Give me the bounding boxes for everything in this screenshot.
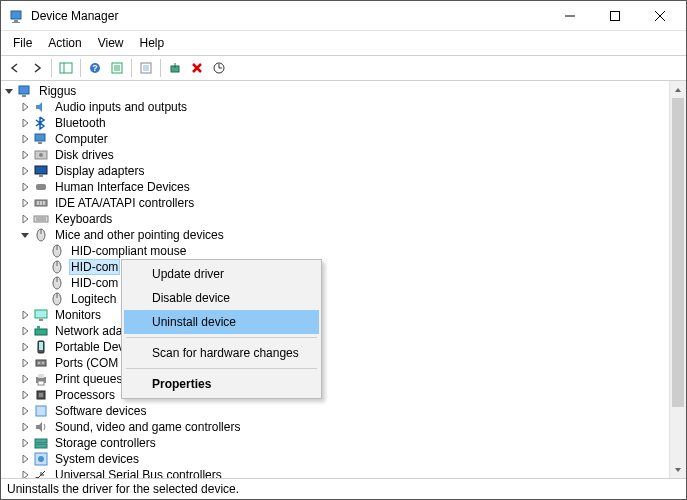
tree-node[interactable]: Keyboards [1,211,669,227]
context-menu-item[interactable]: Update driver [124,262,319,286]
expand-collapse-icon[interactable] [17,163,33,179]
network-icon [33,323,49,339]
tree-node[interactable]: Universal Serial Bus controllers [1,467,669,478]
toolbar-separator [80,59,81,77]
tree-node[interactable]: Portable Dev [1,339,669,355]
expand-collapse-icon[interactable] [17,371,33,387]
expand-collapse-icon[interactable] [17,339,33,355]
expand-collapse-icon[interactable] [17,435,33,451]
tree-node[interactable]: Storage controllers [1,435,669,451]
show-hide-tree-button[interactable] [56,58,76,78]
hid-icon [33,179,49,195]
tree-node-label: Portable Dev [53,340,126,354]
menu-view[interactable]: View [90,33,132,53]
expand-collapse-icon[interactable] [17,467,33,478]
titlebar: Device Manager [1,1,686,31]
tree-node[interactable]: Software devices [1,403,669,419]
svg-point-63 [38,456,44,462]
scrollbar-track[interactable] [670,98,686,461]
tree-node-label: System devices [53,452,141,466]
tree-leaf-label: HID-com [69,276,120,290]
help-button[interactable]: ? [85,58,105,78]
context-menu-item[interactable]: Scan for hardware changes [124,341,319,365]
tree-node[interactable]: IDE ATA/ATAPI controllers [1,195,669,211]
ide-icon [33,195,49,211]
expand-collapse-icon[interactable] [17,195,33,211]
expand-collapse-icon[interactable] [17,115,33,131]
tree-node[interactable]: Monitors [1,307,669,323]
expand-collapse-icon[interactable] [17,451,33,467]
svg-rect-29 [37,201,39,205]
tree-node[interactable]: Display adapters [1,163,669,179]
expand-collapse-icon[interactable] [17,419,33,435]
disk-icon [33,147,49,163]
tree-leaf[interactable]: Logitech [1,291,669,307]
tree-node[interactable]: Disk drives [1,147,669,163]
tree-node[interactable]: Ports (COM & [1,355,669,371]
tree-leaf[interactable]: HID-com [1,259,669,275]
device-tree[interactable]: RiggusAudio inputs and outputsBluetoothC… [1,81,669,478]
tree-node[interactable]: Computer [1,131,669,147]
svg-rect-16 [143,65,149,71]
svg-rect-7 [60,63,72,73]
maximize-button[interactable] [592,1,637,30]
update-driver-button[interactable] [136,58,156,78]
expand-collapse-icon[interactable] [17,387,33,403]
expand-collapse-icon[interactable] [17,99,33,115]
expand-collapse-icon[interactable] [1,83,17,99]
usb-icon [33,467,49,478]
expand-collapse-icon[interactable] [17,403,33,419]
tree-node-label: Processors [53,388,117,402]
tree-node[interactable]: Audio inputs and outputs [1,99,669,115]
tree-node[interactable]: Bluetooth [1,115,669,131]
tree-leaf-label: HID-compliant mouse [69,244,188,258]
svg-rect-26 [39,175,43,177]
scroll-down-button[interactable] [670,461,686,478]
expand-collapse-icon[interactable] [17,227,33,243]
tree-node[interactable]: Human Interface Devices [1,179,669,195]
tree-node[interactable]: Print queues [1,371,669,387]
tree-leaf[interactable]: HID-com [1,275,669,291]
enable-device-button[interactable] [165,58,185,78]
svg-rect-47 [35,329,47,335]
expand-collapse-icon[interactable] [17,355,33,371]
expand-collapse-icon[interactable] [17,323,33,339]
forward-button[interactable] [27,58,47,78]
expand-collapse-icon[interactable] [17,131,33,147]
tree-root[interactable]: Riggus [1,83,669,99]
tree-leaf[interactable]: HID-compliant mouse [1,243,669,259]
window-title: Device Manager [31,9,547,23]
expand-collapse-icon[interactable] [17,147,33,163]
context-menu-item[interactable]: Uninstall device [124,310,319,334]
audio-icon [33,99,49,115]
svg-rect-19 [19,86,29,94]
menu-help[interactable]: Help [132,33,173,53]
uninstall-device-button[interactable] [187,58,207,78]
svg-rect-59 [36,406,46,416]
expand-collapse-icon[interactable] [17,179,33,195]
vertical-scrollbar[interactable] [669,81,686,478]
tree-node[interactable]: System devices [1,451,669,467]
computer-icon [33,131,49,147]
mouse-icon [49,243,65,259]
context-menu: Update driverDisable deviceUninstall dev… [121,259,322,399]
close-button[interactable] [637,1,682,30]
scan-hardware-button[interactable] [209,58,229,78]
context-menu-item[interactable]: Disable device [124,286,319,310]
back-button[interactable] [5,58,25,78]
expand-collapse-icon[interactable] [17,307,33,323]
properties-button[interactable] [107,58,127,78]
tree-node[interactable]: Network ada [1,323,669,339]
menu-action[interactable]: Action [40,33,89,53]
tree-node[interactable]: Processors [1,387,669,403]
context-menu-item[interactable]: Properties [124,372,319,396]
tree-node[interactable]: Sound, video and game controllers [1,419,669,435]
menu-file[interactable]: File [5,33,40,53]
minimize-button[interactable] [547,1,592,30]
expand-collapse-icon[interactable] [17,211,33,227]
toolbar-separator [131,59,132,77]
storage-icon [33,435,49,451]
scroll-up-button[interactable] [670,81,686,98]
scrollbar-thumb[interactable] [672,98,684,407]
tree-node[interactable]: Mice and other pointing devices [1,227,669,243]
